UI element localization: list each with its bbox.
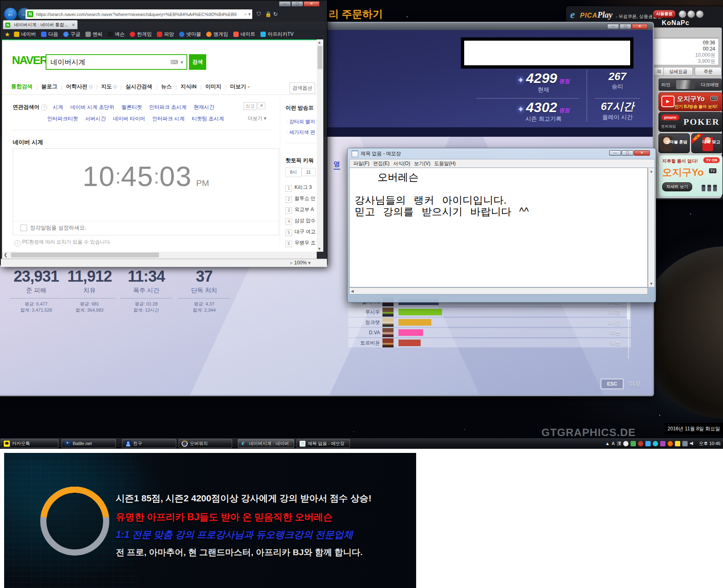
tray-clock[interactable]: 오후 10:45	[699, 441, 721, 447]
related-more-button[interactable]: 더보기 ▾	[248, 115, 266, 122]
related-link[interactable]: 네이버 타이머	[113, 116, 145, 122]
hot-topic-item[interactable]: 1K리그 3	[286, 183, 312, 192]
hero-row[interactable]: 토르비욘 56분	[348, 338, 631, 347]
see-detail-button[interactable]: 자세히 보기	[662, 182, 692, 191]
detail-fee-button[interactable]: 상세요금	[663, 67, 693, 76]
time-tab[interactable]: 8시	[286, 168, 302, 177]
refresh-icon[interactable]: ↻	[273, 11, 278, 17]
tab-kin[interactable]: 지식iN	[180, 83, 196, 90]
minimize-button[interactable]: —	[609, 150, 621, 156]
esc-key-button[interactable]: ESC	[601, 379, 624, 389]
tab-more[interactable]: 더보기 ▾	[230, 83, 250, 90]
chevron-down-icon[interactable]: ▾	[180, 59, 183, 65]
network-icon[interactable]	[682, 441, 688, 446]
ime-hanja-indicator[interactable]: 漢	[617, 441, 621, 447]
related-link[interactable]: 현재시간	[194, 104, 214, 110]
related-link[interactable]: 네이버 시계 초단위	[70, 104, 114, 110]
help-icon[interactable]: ?	[41, 104, 47, 110]
maximize-button[interactable]: ▢	[291, 1, 303, 7]
notepad-titlebar[interactable]: 제목 없음 - 메모장	[352, 150, 401, 157]
menu-help[interactable]: 도움말(H)	[434, 160, 456, 167]
order-button[interactable]: 주문	[695, 67, 722, 76]
vertical-scrollbar[interactable]: ▲ ▼	[317, 39, 323, 252]
favorite-item[interactable]: 구글	[63, 31, 80, 38]
tray-icon[interactable]	[668, 441, 673, 446]
tab-close-icon[interactable]: ✕	[72, 23, 75, 27]
mouse-button[interactable]	[687, 10, 695, 18]
tray-icon[interactable]	[631, 441, 636, 446]
hot-topic-item[interactable]: 4삼성 압수	[286, 216, 315, 225]
scroll-down-arrow[interactable]: ▼	[649, 282, 653, 286]
taskbar-item-notepad[interactable]: 제목 없음 - 메모장	[297, 439, 350, 448]
favorite-item[interactable]: 한게임	[130, 31, 152, 38]
tab-news[interactable]: 뉴스	[161, 83, 172, 90]
related-link[interactable]: 인터파크 초시계	[149, 104, 187, 110]
notepad-text-area[interactable]: 오버레슨 강사님들의 랭커 아이디입니다. 믿고 강의를 받으시기 바랍니다 ^…	[349, 168, 648, 287]
time-tab[interactable]: 11	[302, 168, 315, 176]
speaker-button[interactable]	[679, 10, 686, 18]
ojiguyo-tv-banner[interactable]: ▶ 오지구Yo TV 인기 BJ방송 몰아 보자!	[659, 92, 723, 111]
menu-view[interactable]: 보기(V)	[414, 160, 431, 167]
taskbar-item-ie[interactable]: 네이버시계 : 네이버 ...	[238, 439, 294, 448]
menu-file[interactable]: 파일(F)	[353, 160, 369, 167]
related-link[interactable]: 인터파크 시계	[152, 116, 184, 122]
address-bar[interactable]: N ⌕ ▾	[25, 9, 253, 19]
related-link[interactable]: 멜론티켓	[122, 104, 142, 110]
close-button[interactable]: ✕	[304, 1, 320, 7]
back-button[interactable]: ←	[4, 7, 17, 21]
keyboard-icon[interactable]: ⌨	[170, 59, 178, 65]
related-link[interactable]: 서버시간	[85, 116, 106, 122]
poker-banner[interactable]: pmano POKER 포커게임	[659, 112, 723, 132]
tray-icon[interactable]	[638, 441, 643, 446]
browser-tab[interactable]: N 네이버시계 : 네이버 통합... ✕	[3, 20, 78, 29]
favorites-star-icon[interactable]: ★	[5, 31, 10, 38]
tab-blog[interactable]: 블로그	[41, 83, 57, 90]
tray-icon[interactable]	[675, 441, 680, 446]
notepad-vertical-scrollbar[interactable]: ▲ ▼	[648, 168, 655, 287]
netmarble-tile[interactable]: 넷마블 훈덤	[659, 133, 690, 153]
favorite-item[interactable]: 네이버	[14, 31, 36, 38]
close-button[interactable]: ✕	[632, 24, 648, 29]
search-option-button[interactable]: 검색옵션	[290, 83, 315, 94]
close-icon[interactable]: ✕	[258, 102, 265, 109]
hero-row[interactable]: 정크랫 1시간	[348, 318, 631, 327]
related-link[interactable]: 시계	[53, 104, 63, 110]
scrollbar-thumb[interactable]	[11, 253, 159, 257]
hero-list-scrollbar[interactable]	[627, 301, 630, 359]
maximize-button[interactable]: ▢	[619, 24, 631, 29]
related-link[interactable]: 인터파크티켓	[47, 116, 78, 122]
naver-search-box[interactable]: ⌨ ▾	[46, 54, 187, 70]
scroll-left-arrow[interactable]: ❮	[4, 252, 7, 257]
horizontal-scrollbar[interactable]: ❮	[2, 252, 317, 259]
matgo-tile[interactable]: NEW 대박 맞고	[691, 133, 723, 153]
minimize-button[interactable]: —	[279, 1, 291, 7]
end-session-button[interactable]: 사용종료	[653, 10, 676, 18]
scroll-down-arrow[interactable]: ▼	[318, 247, 321, 251]
favorite-item[interactable]: 넷마블	[179, 31, 201, 38]
notepad-horizontal-scrollbar[interactable]: ◀	[349, 287, 648, 294]
hot-topic-item[interactable]: 5대구 여고	[286, 227, 315, 236]
zoom-control[interactable]: ⌕ 100% ▾	[290, 260, 311, 266]
search-button[interactable]: 검색	[189, 54, 206, 70]
ime-english-indicator[interactable]: A	[612, 441, 615, 446]
broadcast-link[interactable]: ·강타의 별이	[286, 118, 315, 125]
tab-image[interactable]: 이미지	[205, 83, 221, 90]
scrollbar-thumb[interactable]	[627, 301, 630, 319]
hero-row[interactable]: 루시우 2시간	[348, 308, 631, 317]
hot-topic-item[interactable]: 3외교부 A	[286, 205, 314, 214]
scrollbar-thumb[interactable]	[318, 46, 322, 69]
volume-icon[interactable]	[690, 441, 694, 446]
tvon-banner[interactable]: 지루할 틈이 없다! TV ON 오지구Yo TV 자세히 보기	[659, 155, 723, 197]
tab-realtime[interactable]: 실시간검색	[126, 83, 152, 90]
report-button[interactable]: 신고	[244, 102, 257, 110]
favorite-item[interactable]: 아프리카TV	[260, 31, 293, 38]
monitor-button[interactable]	[696, 10, 704, 18]
tray-icon[interactable]	[645, 441, 651, 446]
taskbar-item-friends[interactable]: 친구	[122, 439, 176, 448]
menu-edit[interactable]: 편집(E)	[373, 160, 389, 167]
compatibility-icon[interactable]: ⛉	[257, 11, 261, 18]
darkeden-banner[interactable]: 라인 다크에덴	[659, 78, 722, 91]
tray-icon[interactable]	[660, 441, 665, 446]
favorite-item[interactable]: 넥슨	[108, 31, 124, 38]
maximize-button[interactable]: ▢	[622, 150, 633, 156]
